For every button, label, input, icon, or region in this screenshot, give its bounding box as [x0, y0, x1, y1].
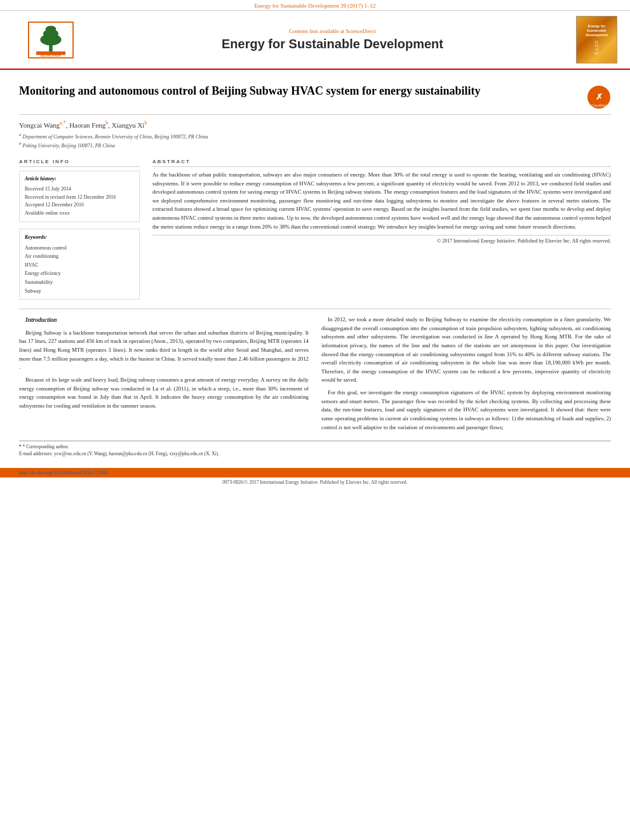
footnote-email: E-mail addresses: ycw@ruc.edu.cn (Y. Wan…: [19, 451, 611, 457]
journal-name: Energy for Sustainable Development: [89, 37, 576, 51]
author-1: Yongcai Wanga,*,: [19, 121, 69, 129]
article-title-section: Monitoring and autonomous control of Bei…: [19, 76, 611, 115]
affiliations: a Department of Computer Sciences, Renmi…: [19, 131, 611, 150]
footnote-corresponding: * * Corresponding author.: [19, 444, 611, 450]
article-title: Monitoring and autonomous control of Bei…: [19, 84, 481, 98]
keyword-3: HVAC: [25, 261, 134, 270]
article-info-abstract-section: Article Info Article history: Received 1…: [19, 152, 611, 300]
journal-title-area: Contents lists available at ScienceDirec…: [89, 28, 576, 51]
left-column: Article Info Article history: Received 1…: [19, 159, 140, 300]
keywords-label: Keywords:: [25, 233, 134, 242]
doi-link[interactable]: http://dx.doi.org/10.1016/j.esd.2016.12.…: [19, 470, 107, 476]
article-info-box: Article history: Received 15 July 2014 R…: [19, 171, 140, 222]
abstract-text: As the backbone of urban public transpor…: [152, 171, 611, 231]
authors-list: Yongcai Wanga,*, Haoran Fengb, Xiangyu X…: [19, 120, 611, 129]
journal-citation: Energy for Sustainable Development 39 (2…: [0, 0, 630, 11]
section-divider: [19, 309, 611, 309]
authors-section: Yongcai Wanga,*, Haoran Fengb, Xiangyu X…: [19, 115, 611, 152]
intro-para-3: In 2012, we took a more detailed study t…: [321, 316, 611, 385]
article-content: Monitoring and autonomous control of Bei…: [0, 70, 630, 464]
svg-point-5: [46, 25, 57, 32]
sci-direct-link[interactable]: ScienceDirect: [345, 28, 376, 34]
intro-para-1: Beijing Subway is a backbone transportat…: [19, 329, 309, 372]
article-history-label: Article history:: [25, 175, 134, 183]
svg-rect-2: [49, 44, 53, 52]
keywords-box: Keywords: Autonomous control Air conditi…: [19, 229, 140, 300]
accepted-date: Accepted 12 December 2016: [25, 201, 134, 210]
keyword-2: Air conditioning: [25, 252, 134, 261]
elsevier-logo-area: ELSEVIER: [13, 21, 89, 59]
copyright-line: © 2017 International Energy Initiative. …: [152, 235, 611, 244]
svg-text:ELSEVIER: ELSEVIER: [41, 53, 61, 57]
journal-header: ELSEVIER Contents lists available at Sci…: [0, 11, 630, 70]
introduction-section: Introduction Beijing Subway is a backbon…: [19, 316, 611, 436]
received-date: Received 15 July 2014: [25, 185, 134, 194]
keyword-6: Subway: [25, 287, 134, 296]
introduction-title: Introduction: [19, 316, 309, 325]
keyword-1: Autonomous control: [25, 244, 134, 253]
sci-direct-label: Contents lists available at ScienceDirec…: [89, 28, 576, 34]
footnote-area: * * Corresponding author. E-mail address…: [19, 441, 611, 457]
intro-para-2: Because of its large scale and heavy loa…: [19, 376, 309, 411]
elsevier-logo: ELSEVIER: [13, 21, 89, 59]
article-info-header: Article Info: [19, 159, 140, 167]
intro-left-col: Introduction Beijing Subway is a backbon…: [19, 316, 309, 436]
available-online: Available online xxxx: [25, 210, 134, 218]
svg-text:✗: ✗: [596, 92, 603, 102]
right-column: Abstract As the backbone of urban public…: [152, 159, 611, 300]
intro-para-4: For this goal, we investigate the energy…: [321, 389, 611, 432]
doi-bar: http://dx.doi.org/10.1016/j.esd.2016.12.…: [0, 468, 630, 477]
svg-text:CrossMark: CrossMark: [591, 103, 607, 107]
intro-right-col: In 2012, we took a more detailed study t…: [321, 316, 611, 436]
abstract-header: Abstract: [152, 159, 611, 167]
journal-cover-thumbnail: Energy forSustainableDevelopment ELSEVIE…: [576, 16, 617, 63]
crossmark-badge[interactable]: ✗ CrossMark: [587, 85, 611, 109]
author-3: Xiangyu Xib: [112, 121, 147, 129]
keyword-5: Sustainability: [25, 278, 134, 287]
keyword-4: Energy efficiency: [25, 269, 134, 278]
received-revised-date: Received in revised form 12 December 201…: [25, 194, 134, 202]
author-2: Haoran Fengb,: [69, 121, 112, 129]
bottom-copyright: 0973-0826/© 2017 International Energy In…: [0, 477, 630, 487]
